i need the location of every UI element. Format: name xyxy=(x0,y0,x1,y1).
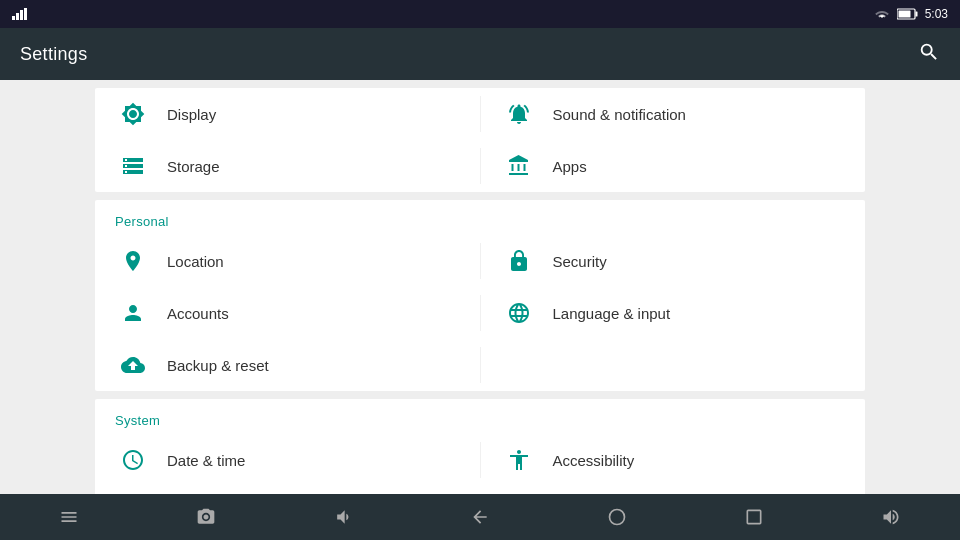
accounts-label: Accounts xyxy=(167,305,229,322)
storage-icon xyxy=(115,148,151,184)
backup-row: Backup & reset xyxy=(95,339,865,391)
language-label: Language & input xyxy=(553,305,671,322)
svg-rect-6 xyxy=(898,11,910,18)
accessibility-item[interactable]: Accessibility xyxy=(481,434,866,486)
page-title: Settings xyxy=(20,44,87,65)
home-icon[interactable] xyxy=(607,507,627,527)
accessibility-label: Accessibility xyxy=(553,452,635,469)
accounts-item[interactable]: Accounts xyxy=(95,287,480,339)
apps-item[interactable]: Apps xyxy=(481,140,866,192)
location-label: Location xyxy=(167,253,224,270)
sound-label: Sound & notification xyxy=(553,106,686,123)
accounts-icon xyxy=(115,295,151,331)
sound-icon xyxy=(501,96,537,132)
device-section: Display Sound & notification xyxy=(95,88,865,192)
svg-rect-8 xyxy=(748,510,761,523)
clock-icon xyxy=(115,442,151,478)
svg-point-7 xyxy=(610,510,625,525)
status-bar-right: 5:03 xyxy=(873,7,948,21)
storage-apps-row: Storage Apps xyxy=(95,140,865,192)
time-display: 5:03 xyxy=(925,7,948,21)
display-label: Display xyxy=(167,106,216,123)
volume-down-icon[interactable] xyxy=(333,507,353,527)
datetime-accessibility-row: Date & time Accessibility xyxy=(95,434,865,486)
svg-rect-5 xyxy=(915,12,917,17)
display-col: Display xyxy=(95,88,480,140)
menu-icon[interactable] xyxy=(59,507,79,527)
datetime-item[interactable]: Date & time xyxy=(95,434,480,486)
accounts-language-row: Accounts Language & input xyxy=(95,287,865,339)
sound-item[interactable]: Sound & notification xyxy=(481,88,866,140)
system-header: System xyxy=(95,399,865,434)
datetime-col: Date & time xyxy=(95,434,480,486)
app-bar: Settings xyxy=(0,28,960,80)
search-button[interactable] xyxy=(918,41,940,68)
security-item[interactable]: Security xyxy=(481,235,866,287)
location-security-row: Location Security xyxy=(95,235,865,287)
accounts-col: Accounts xyxy=(95,287,480,339)
backup-icon xyxy=(115,347,151,383)
language-icon xyxy=(501,295,537,331)
backup-item[interactable]: Backup & reset xyxy=(95,339,480,391)
accessibility-icon xyxy=(501,442,537,478)
svg-rect-2 xyxy=(20,10,23,20)
backup-col: Backup & reset xyxy=(95,339,480,391)
storage-label: Storage xyxy=(167,158,220,175)
status-bar: 5:03 xyxy=(0,0,960,28)
sound-col: Sound & notification xyxy=(481,88,866,140)
location-icon xyxy=(115,243,151,279)
security-label: Security xyxy=(553,253,607,270)
apps-label: Apps xyxy=(553,158,587,175)
svg-rect-3 xyxy=(24,8,27,20)
storage-item[interactable]: Storage xyxy=(95,140,480,192)
security-col: Security xyxy=(481,235,866,287)
language-item[interactable]: Language & input xyxy=(481,287,866,339)
status-bar-left xyxy=(12,8,28,20)
volume-up-icon[interactable] xyxy=(881,507,901,527)
recents-icon[interactable] xyxy=(744,507,764,527)
accessibility-col: Accessibility xyxy=(481,434,866,486)
backup-empty-col xyxy=(481,339,866,391)
battery-icon xyxy=(897,8,919,20)
signal-icon xyxy=(12,8,28,20)
personal-section: Personal Location Security xyxy=(95,200,865,391)
display-sound-row: Display Sound & notification xyxy=(95,88,865,140)
nav-bar xyxy=(0,494,960,540)
svg-rect-1 xyxy=(16,13,19,20)
apps-icon xyxy=(501,148,537,184)
backup-label: Backup & reset xyxy=(167,357,269,374)
wifi-icon xyxy=(873,7,891,21)
display-item[interactable]: Display xyxy=(95,88,480,140)
back-icon[interactable] xyxy=(470,507,490,527)
svg-rect-0 xyxy=(12,16,15,20)
location-item[interactable]: Location xyxy=(95,235,480,287)
settings-content: Display Sound & notification xyxy=(0,80,960,540)
location-col: Location xyxy=(95,235,480,287)
storage-col: Storage xyxy=(95,140,480,192)
datetime-label: Date & time xyxy=(167,452,245,469)
apps-col: Apps xyxy=(481,140,866,192)
security-icon xyxy=(501,243,537,279)
personal-header: Personal xyxy=(95,200,865,235)
screenshot-icon[interactable] xyxy=(196,507,216,527)
language-col: Language & input xyxy=(481,287,866,339)
display-icon xyxy=(115,96,151,132)
